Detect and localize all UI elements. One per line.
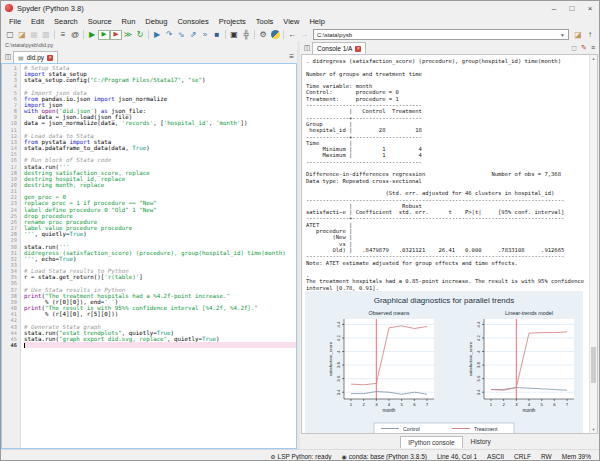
toolbar-separator (54, 30, 55, 39)
svg-text:3.4: 3.4 (336, 389, 341, 396)
ipython-console[interactable]: . didregress (satisfaction_score) (proce… (301, 54, 598, 434)
tab-did-py[interactable]: ▤ did.py × (13, 51, 58, 63)
svg-text:1: 1 (490, 402, 493, 407)
svg-text:3.4: 3.4 (476, 389, 481, 396)
svg-text:6: 6 (413, 402, 416, 407)
line-number: 46 (1, 342, 17, 348)
menu-run[interactable]: Run (117, 16, 141, 27)
menu-source[interactable]: Source (83, 16, 117, 27)
minimize-button[interactable]: – (545, 1, 563, 15)
maximize-button[interactable]: □ (563, 1, 581, 15)
toolbar-separator (225, 30, 226, 39)
toolbar: ▢◪▦▩≡@▶▶▶≫↻▶↷⇘⇗»■▣╬⚙←→ C:\stata\pysb ▼ ◪… (1, 28, 599, 41)
svg-text:satisfaction_score: satisfaction_score (328, 341, 333, 376)
svg-text:3.8: 3.8 (336, 362, 341, 369)
editor-options-icon[interactable]: ≡ (289, 52, 294, 61)
svg-text:5: 5 (540, 402, 543, 407)
step-over-icon[interactable]: ↷ (163, 29, 175, 41)
spyder-app-icon (5, 4, 13, 12)
forward-icon[interactable]: → (298, 29, 310, 41)
bottom-tab-history[interactable]: History (463, 435, 499, 448)
svg-text:month: month (523, 408, 536, 413)
svg-text:3: 3 (375, 402, 378, 407)
menu-view[interactable]: View (278, 16, 304, 27)
run-selection-icon[interactable]: ≫ (122, 29, 134, 41)
parent-directory-icon[interactable]: ↑ (584, 29, 596, 41)
svg-text:month: month (383, 408, 396, 413)
conda-status: ◉conda: base (Python 3.8.5) (342, 453, 427, 460)
trend-plot-svg: Observed means3.43.63.844.24.41234567mon… (308, 307, 580, 434)
menu-consoles[interactable]: Consoles (172, 16, 213, 27)
svg-text:4: 4 (528, 402, 531, 407)
console-edit-icon[interactable]: ✎ (581, 44, 587, 52)
svg-text:Treatment: Treatment (474, 426, 498, 432)
svg-text:2: 2 (502, 402, 505, 407)
close-console-icon[interactable]: × (355, 46, 361, 52)
save-icon[interactable]: ▦ (28, 29, 40, 41)
svg-text:4: 4 (476, 350, 481, 353)
svg-text:3.6: 3.6 (476, 375, 481, 382)
fullscreen-icon[interactable]: ╬ (240, 29, 252, 41)
rerun-cell-icon[interactable]: ↻ (134, 29, 146, 41)
working-directory-value: C:\stata\pysb (317, 32, 352, 38)
console-tab-bar: ◫ Console 1/A × ◻ ✎ ≡ (300, 41, 599, 54)
new-file-icon[interactable]: ▢ (4, 29, 16, 41)
code-line-46[interactable]: ​ (24, 342, 297, 348)
menu-bar: FileEditSearchSourceRunDebugConsolesProj… (1, 15, 599, 28)
run-file-icon[interactable]: ▶ (86, 29, 98, 41)
svg-text:7: 7 (426, 402, 429, 407)
menu-search[interactable]: Search (49, 16, 83, 27)
debug-file-icon[interactable]: ▶ (151, 29, 163, 41)
svg-text:4.4: 4.4 (476, 321, 481, 328)
scroll-up-icon[interactable]: ▲ (590, 56, 597, 61)
browse-tabs-icon[interactable]: ◫ (3, 52, 13, 62)
title-bar: Spyder (Python 3.8) – □ × (1, 1, 599, 15)
svg-text:4.4: 4.4 (336, 321, 341, 328)
run-cell-advance-icon[interactable]: ▶ (110, 30, 122, 40)
window-title: Spyder (Python 3.8) (17, 4, 84, 13)
code-editor[interactable]: 1234567891011121314151617181920212223242… (1, 63, 297, 449)
close-button[interactable]: × (581, 1, 599, 15)
tab-console-1a[interactable]: Console 1/A × (312, 42, 366, 54)
save-all-icon[interactable]: ▩ (40, 29, 52, 41)
menu-file[interactable]: File (4, 16, 26, 27)
file-icon: ▤ (18, 54, 24, 61)
open-file-icon[interactable]: ◪ (16, 29, 28, 41)
back-icon[interactable]: ← (286, 29, 298, 41)
menu-tools[interactable]: Tools (251, 16, 279, 27)
code-area[interactable]: # Setup Stata​import stata_setup​stata_s… (21, 63, 297, 449)
preferences-icon[interactable]: ⚙ (257, 29, 269, 41)
editor-tab-label: did.py (27, 54, 44, 61)
stop-debug-icon[interactable]: ■ (211, 29, 223, 41)
console-scrollbar[interactable]: ▲ ▼ (589, 55, 597, 433)
svg-text:3: 3 (515, 402, 518, 407)
menu-help[interactable]: Help (304, 16, 329, 27)
bottom-tab-ipython-console[interactable]: IPython console (400, 436, 462, 448)
console-pane: ◫ Console 1/A × ◻ ✎ ≡ . didregress (sati… (300, 41, 599, 449)
menu-edit[interactable]: Edit (26, 16, 49, 27)
menu-debug[interactable]: Debug (140, 16, 172, 27)
svg-text:3.8: 3.8 (476, 362, 481, 369)
working-directory-combo[interactable]: C:\stata\pysb ▼ (313, 29, 569, 40)
python-env-icon[interactable] (269, 29, 281, 41)
scrollbar-thumb[interactable] (591, 347, 596, 383)
lsp-status-icon: ⚙ (270, 453, 275, 460)
maximize-pane-icon[interactable]: ▣ (228, 29, 240, 41)
plot-title: Graphical diagnostics for parallel trend… (305, 291, 583, 307)
step-into-icon[interactable]: ⇘ (175, 29, 187, 41)
symbol-finder-icon[interactable]: @ (69, 29, 81, 41)
file-switcher-icon[interactable]: ≡ (57, 29, 69, 41)
console-browse-tabs-icon[interactable]: ◫ (302, 43, 312, 53)
debug-continue-icon[interactable]: » (199, 29, 211, 41)
editor-pane: C:\stata\pysb\did.py ◫ ▤ did.py × ≡ 1234… (1, 41, 297, 449)
scroll-down-icon[interactable]: ▼ (590, 427, 597, 432)
step-out-icon[interactable]: ⇗ (187, 29, 199, 41)
menu-projects[interactable]: Projects (214, 16, 251, 27)
svg-text:Linear-trends model: Linear-trends model (505, 310, 553, 316)
console-environment-icon[interactable]: ◻ (571, 44, 577, 52)
conda-status-icon: ◉ (342, 453, 347, 460)
console-options-icon[interactable]: ≡ (591, 44, 595, 52)
close-tab-icon[interactable]: × (47, 55, 53, 61)
run-cell-icon[interactable]: ▶ (98, 30, 110, 40)
browse-directory-icon[interactable]: ◪ (572, 29, 584, 41)
